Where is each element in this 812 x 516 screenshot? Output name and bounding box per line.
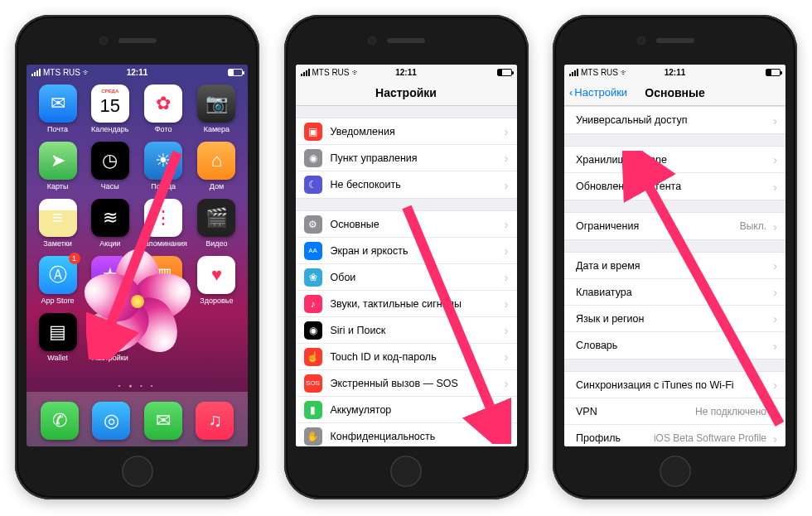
app-itunes[interactable]: ★iTunes xyxy=(87,256,133,305)
app-фото[interactable]: ✿Фото xyxy=(139,84,186,133)
app-сообщения[interactable]: ✉Сообщения xyxy=(144,402,182,442)
row-label: Основные xyxy=(331,219,379,230)
row-label: Siri и Поиск xyxy=(331,325,386,336)
row-icon: ◉ xyxy=(304,149,322,167)
settings-row[interactable]: ♪Звуки, тактильные сигналы› xyxy=(296,291,517,317)
settings-list[interactable]: ▣Уведомления›◉Пункт управления›☾Не беспо… xyxy=(296,106,517,446)
settings-row[interactable]: ⚙Основные› xyxy=(296,211,517,238)
carrier-label: MTS RUS xyxy=(312,68,350,77)
wifi-icon: ᯤ xyxy=(352,68,360,77)
phone-home: MTS RUS ᯤ 12:11 ✉ПочтаСРЕДА15Календарь✿Ф… xyxy=(15,15,259,499)
home-button[interactable] xyxy=(119,453,156,489)
settings-row[interactable]: ПрофильiOS Beta Software Profile› xyxy=(564,425,785,446)
app-label: Часы xyxy=(101,182,119,190)
app-wallet[interactable]: ▤Wallet xyxy=(35,313,80,362)
row-icon: ▣ xyxy=(304,123,322,141)
row-label: VPN xyxy=(576,406,597,417)
chevron-right-icon: › xyxy=(773,219,777,234)
home-screen: MTS RUS ᯤ 12:11 ✉ПочтаСРЕДА15Календарь✿Ф… xyxy=(27,65,248,446)
app-label: Дом xyxy=(210,182,224,190)
settings-row[interactable]: SOSЭкстренный вызов — SOS› xyxy=(296,370,517,397)
row-icon: SOS xyxy=(304,374,322,393)
badge: 1 xyxy=(69,253,80,264)
status-bar: MTS RUS ᯤ 12:11 xyxy=(27,65,248,80)
app-safari[interactable]: ◎Safari xyxy=(92,402,130,442)
app-icon: ≡ xyxy=(39,199,77,237)
settings-row[interactable]: Хранилище iPhone› xyxy=(564,147,785,173)
app-label: Акции xyxy=(99,239,120,248)
app-icon: ♫ xyxy=(196,402,234,440)
back-button[interactable]: ‹ Настройки xyxy=(569,86,627,99)
chevron-right-icon: › xyxy=(505,323,509,337)
chevron-right-icon: › xyxy=(773,258,777,272)
settings-row[interactable]: ◉Пункт управления› xyxy=(296,145,517,171)
app-музыка[interactable]: ♫Музыка xyxy=(196,402,234,442)
status-time: 12:11 xyxy=(665,68,686,77)
row-detail: iOS Beta Software Profile xyxy=(654,432,770,444)
settings-row[interactable]: ◉Siri и Поиск› xyxy=(296,317,517,344)
chevron-right-icon: › xyxy=(773,339,777,353)
app-настройки[interactable]: ⚙2Настройки xyxy=(87,313,133,362)
row-detail: Выкл. xyxy=(740,220,770,232)
app-видео[interactable]: 🎬Видео xyxy=(194,199,239,248)
app-календарь[interactable]: СРЕДА15Календарь xyxy=(87,84,133,133)
settings-row[interactable]: Словарь› xyxy=(564,332,785,359)
app-акции[interactable]: ≋Акции xyxy=(87,199,133,248)
app-app store[interactable]: Ⓐ1App Store xyxy=(35,256,80,305)
row-icon: ♪ xyxy=(304,295,322,313)
settings-row[interactable]: Универсальный доступ› xyxy=(564,107,785,133)
home-button[interactable] xyxy=(388,453,424,489)
settings-row[interactable]: Обновление контента› xyxy=(564,173,785,200)
settings-row[interactable]: ✋Конфиденциальность› xyxy=(296,423,517,446)
row-icon: AA xyxy=(304,242,322,260)
chevron-right-icon: › xyxy=(505,178,509,192)
row-label: Экстренный вызов — SOS xyxy=(331,378,458,389)
app-label: Заметки xyxy=(43,239,71,248)
settings-row[interactable]: Синхронизация с iTunes по Wi-Fi› xyxy=(564,372,785,398)
row-label: Язык и регион xyxy=(576,313,644,325)
settings-row[interactable]: ☾Не беспокоить› xyxy=(296,171,517,198)
settings-row[interactable]: ❀Обои› xyxy=(296,264,517,291)
settings-row[interactable]: ▮Аккумулятор› xyxy=(296,397,517,423)
app-дом[interactable]: ⌂Дом xyxy=(194,142,239,190)
front-camera xyxy=(99,36,108,45)
app-label: Погода xyxy=(151,182,176,190)
app-напоминания[interactable]: ⋮Напоминания xyxy=(139,199,186,248)
app-icon: ⋮ xyxy=(144,199,182,237)
app-заметки[interactable]: ≡Заметки xyxy=(35,199,80,248)
settings-row[interactable]: AAЭкран и яркость› xyxy=(296,238,517,264)
app-часы[interactable]: ◷Часы xyxy=(87,142,133,190)
status-bar: MTS RUS ᯤ 12:11 xyxy=(564,65,785,80)
app-камера[interactable]: 📷Камера xyxy=(194,84,239,133)
app-карты[interactable]: ➤Карты xyxy=(35,142,80,190)
signal-icon xyxy=(569,69,578,76)
app-label: Календарь xyxy=(91,125,128,133)
home-button[interactable] xyxy=(657,453,694,489)
app-icon: СРЕДА15 xyxy=(91,84,129,123)
row-label: Аккумулятор xyxy=(331,404,392,416)
app-grid: ✉ПочтаСРЕДА15Календарь✿Фото📷Камера➤Карты… xyxy=(27,80,248,362)
app-icon: ✉ xyxy=(39,84,77,123)
app-здоровье[interactable]: ♥Здоровье xyxy=(194,256,239,305)
general-list[interactable]: Универсальный доступ› Хранилище iPhone›О… xyxy=(564,106,785,446)
app-ibooks[interactable]: ▥iBooks xyxy=(139,256,186,305)
app-icon: ▥ xyxy=(144,256,182,294)
settings-row[interactable]: VPNНе подключено› xyxy=(564,398,785,425)
page-indicator: • ● • • xyxy=(27,383,248,388)
chevron-right-icon: › xyxy=(505,350,509,364)
chevron-right-icon: › xyxy=(773,180,777,194)
settings-row[interactable]: ☝Touch ID и код-пароль› xyxy=(296,344,517,370)
settings-row[interactable]: Язык и регион› xyxy=(564,306,785,332)
row-label: Touch ID и код-пароль xyxy=(331,351,437,363)
settings-row[interactable]: ▣Уведомления› xyxy=(296,118,517,145)
app-телефон[interactable]: ✆Телефон xyxy=(41,402,79,442)
settings-row[interactable]: Дата и время› xyxy=(564,253,785,279)
chevron-right-icon: › xyxy=(505,297,509,311)
chevron-left-icon: ‹ xyxy=(569,86,573,99)
settings-row[interactable]: ОграниченияВыкл.› xyxy=(564,213,785,239)
app-погода[interactable]: ☀Погода xyxy=(139,142,186,190)
badge: 2 xyxy=(121,310,133,321)
app-почта[interactable]: ✉Почта xyxy=(35,84,80,133)
row-icon: ⚙ xyxy=(304,215,322,234)
settings-row[interactable]: Клавиатура› xyxy=(564,279,785,306)
